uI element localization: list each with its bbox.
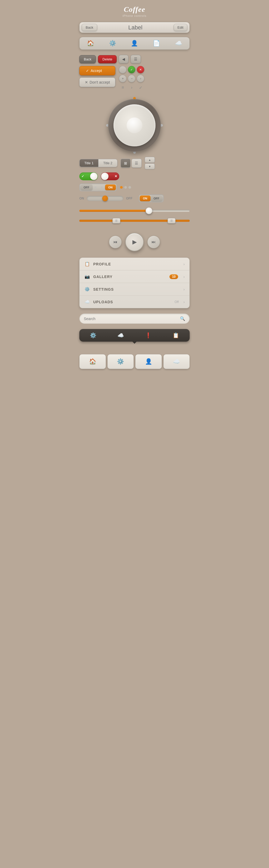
- bottom-tab-cloud[interactable]: ☁️: [163, 354, 190, 369]
- plus-btn[interactable]: +: [119, 75, 126, 82]
- segment-title1[interactable]: Title 1: [79, 159, 99, 167]
- knob-inner[interactable]: [113, 104, 156, 146]
- profile-label: PROFILE: [93, 262, 180, 266]
- settings-icon: ⚙️: [84, 287, 90, 292]
- range-slider-2[interactable]: [79, 217, 190, 224]
- slide-toggle-2: ON OFF: [139, 194, 164, 203]
- prev-button[interactable]: ⏮: [109, 236, 122, 248]
- slide-on-1[interactable]: ON: [105, 184, 116, 190]
- bottom-tab-settings[interactable]: ⚙️: [107, 354, 134, 369]
- settings-chevron: ›: [183, 287, 185, 291]
- app-title: Coffee: [123, 5, 146, 14]
- toggle-off[interactable]: ✕: [101, 173, 119, 180]
- bottom-tabs: 🏠 ⚙️ 👤 ☁️: [79, 354, 190, 369]
- dot-1: [120, 186, 123, 189]
- x-icon: ✕: [85, 80, 88, 84]
- search-icon: 🔍: [180, 316, 185, 321]
- off-btn-2[interactable]: OFF: [150, 195, 163, 201]
- arrow-left-button[interactable]: ◀: [119, 55, 129, 63]
- slider-knob-small[interactable]: [102, 195, 108, 201]
- menu-button[interactable]: ☰: [131, 55, 141, 63]
- search-input[interactable]: [84, 317, 178, 321]
- tab-list-icon[interactable]: 📄: [153, 40, 160, 47]
- nav-edit-button[interactable]: Edit: [174, 24, 187, 31]
- dark-alert-btn[interactable]: ❗: [145, 332, 152, 339]
- view-buttons: ⊞ ☰: [121, 159, 142, 168]
- range-thumb-2b[interactable]: [168, 218, 175, 223]
- chevron-icon: ›: [128, 84, 135, 91]
- knob-outer[interactable]: [108, 99, 161, 152]
- dark-cloud-btn[interactable]: ☁️: [117, 332, 124, 339]
- range-fill-1: [79, 210, 151, 212]
- menu-item-gallery[interactable]: 📷 GALLERY 10 ›: [79, 271, 190, 283]
- search-section: 🔍: [79, 313, 190, 324]
- uploads-icon: ☁️: [84, 299, 90, 304]
- bottom-tab-user[interactable]: 👤: [135, 354, 162, 369]
- dark-card-btn[interactable]: 📋: [173, 332, 179, 339]
- range-track-1: [79, 210, 190, 212]
- menu-item-uploads[interactable]: ☁️ UPLOADS Off ›: [79, 296, 190, 308]
- tab-settings-icon[interactable]: ⚙️: [109, 40, 116, 47]
- accept-label: Accept: [91, 69, 102, 73]
- grid-view-btn[interactable]: ⊞: [121, 159, 131, 168]
- knob-highlight: [127, 118, 142, 133]
- dot-2: [124, 186, 127, 189]
- tab-home-icon[interactable]: 🏠: [87, 40, 94, 47]
- tab-cloud-icon[interactable]: ☁️: [175, 40, 182, 47]
- range-slider-1[interactable]: [79, 208, 190, 214]
- slider-track[interactable]: [87, 196, 124, 201]
- profile-chevron: ›: [183, 262, 185, 266]
- widget-section: Title 1 Title 2 ⊞ ☰ ▲ ▼ ✓ ✕: [79, 157, 190, 203]
- back-dark-button[interactable]: Back: [79, 55, 96, 63]
- slide-grid-icon: ⊞: [93, 185, 99, 190]
- prev-icon: ⏮: [113, 240, 117, 244]
- range-thumb-1[interactable]: [145, 207, 153, 214]
- list-view-btn[interactable]: ☰: [132, 159, 142, 168]
- toggle-row: ✓ ✕: [79, 173, 190, 180]
- menu-item-profile[interactable]: 📋 PROFILE ›: [79, 258, 190, 271]
- check-icon: ✓: [137, 84, 144, 91]
- toggle-check-icon: ✓: [81, 175, 84, 178]
- settings-label: SETTINGS: [93, 287, 180, 291]
- delete-button[interactable]: Delete: [98, 55, 117, 63]
- next-icon: ⏭: [152, 240, 156, 244]
- nav-bar: Back Label Edit: [79, 22, 190, 33]
- tab-user-icon[interactable]: 👤: [131, 40, 138, 47]
- menu-section: 📋 PROFILE › 📷 GALLERY 10 › ⚙️ SETTINGS ›…: [79, 257, 190, 308]
- controls-right: ✓ ✕ + − › ≡ › ✓: [119, 66, 144, 91]
- controls-row1: Back Delete ◀ ☰: [79, 55, 190, 63]
- dont-accept-button[interactable]: ✕ Don't accept: [79, 78, 115, 87]
- accept-button[interactable]: ✓ Accept: [79, 66, 115, 75]
- nav-back-button[interactable]: Back: [82, 24, 97, 31]
- dot-indicator: [120, 186, 131, 189]
- chevron-right-btn[interactable]: ›: [137, 75, 144, 82]
- circle-x-btn[interactable]: ✕: [137, 66, 144, 73]
- icon-row-1: ✓ ✕: [119, 66, 144, 73]
- uploads-chevron: ›: [183, 300, 185, 304]
- gallery-label: GALLERY: [93, 275, 166, 279]
- play-button[interactable]: ▶: [125, 233, 144, 251]
- controls-section: Back Delete ◀ ☰ ✓ Accept ✕ Don't accept …: [79, 55, 190, 91]
- app-subtitle: iPhone controls: [123, 14, 146, 17]
- minus-btn[interactable]: −: [128, 75, 135, 82]
- bottom-tab-home[interactable]: 🏠: [79, 354, 106, 369]
- dark-toolbar: ⚙️ ☁️ ❗ 📋: [79, 329, 190, 342]
- menu-item-settings[interactable]: ⚙️ SETTINGS ›: [79, 283, 190, 296]
- dot-3: [129, 186, 131, 189]
- on-label: ON: [79, 196, 84, 200]
- next-button[interactable]: ⏭: [147, 236, 160, 248]
- on-btn-2[interactable]: ON: [140, 195, 150, 201]
- circle-check-btn[interactable]: ✓: [128, 66, 135, 73]
- circle-btn-1[interactable]: [119, 66, 126, 73]
- segment-title2[interactable]: Title 2: [99, 159, 117, 167]
- nav-title: Label: [99, 24, 172, 31]
- stepper-up-btn[interactable]: ▲: [145, 157, 155, 163]
- dark-settings-btn[interactable]: ⚙️: [90, 332, 96, 339]
- stepper-down-btn[interactable]: ▼: [145, 163, 155, 169]
- icon-row-2: + − ›: [119, 75, 144, 82]
- stepper: ▲ ▼: [145, 157, 155, 169]
- range-thumb-2a[interactable]: [112, 218, 120, 223]
- toggle-on[interactable]: ✓: [79, 173, 98, 180]
- uploads-off: Off: [175, 300, 179, 304]
- slide-off-1[interactable]: OFF: [80, 184, 93, 190]
